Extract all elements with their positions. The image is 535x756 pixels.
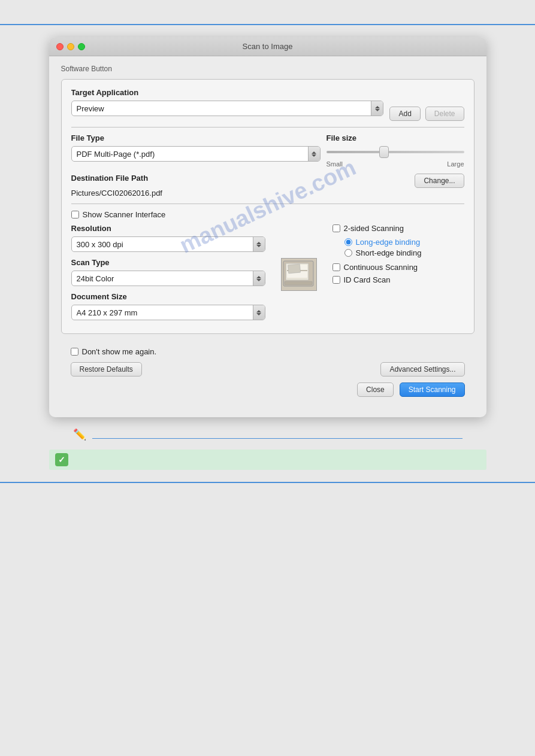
slider-thumb[interactable] xyxy=(379,146,389,158)
destination-row: Destination File Path Pictures/CCI020620… xyxy=(71,174,464,198)
file-type-select-wrap[interactable]: PDF Multi-Page (*.pdf) xyxy=(71,146,321,162)
target-app-buttons: Add Delete xyxy=(389,88,464,121)
id-card-scan-label[interactable]: ID Card Scan xyxy=(344,275,391,284)
divider-2 xyxy=(71,204,464,204)
right-buttons: Advanced Settings... xyxy=(380,362,464,377)
top-rule xyxy=(0,24,535,25)
action-buttons-row: Close Start Scanning xyxy=(71,382,465,397)
svg-rect-4 xyxy=(285,281,312,285)
file-type-row: File Type PDF Multi-Page (*.pdf) xyxy=(71,133,464,168)
document-size-select[interactable]: A4 210 x 297 mm xyxy=(72,305,253,320)
main-panel: Target Application Preview xyxy=(61,79,474,334)
show-scanner-checkbox[interactable] xyxy=(71,211,79,218)
arrow-up-icon-2 xyxy=(312,151,316,154)
arrow-up-icon-3 xyxy=(256,242,261,244)
large-label: Large xyxy=(447,160,464,168)
resolution-label: Resolution xyxy=(71,224,265,233)
resolution-select-wrap[interactable]: 300 x 300 dpi xyxy=(71,236,265,252)
bottom-section: Don't show me again. Restore Defaults Ad… xyxy=(61,341,474,405)
left-settings-col: Resolution 300 x 300 dpi xyxy=(71,224,265,325)
arrow-down-icon xyxy=(375,109,380,111)
slider-track xyxy=(327,151,464,153)
resolution-select[interactable]: 300 x 300 dpi xyxy=(72,237,253,251)
continuous-scanning-row: Continuous Scanning xyxy=(333,263,464,272)
file-size-area: Small Large xyxy=(327,146,464,168)
slider-labels: Small Large xyxy=(327,160,464,168)
document-size-group: Document Size A4 210 x 297 mm xyxy=(71,292,265,320)
scan-type-label: Scan Type xyxy=(71,258,265,267)
file-size-col: File size Small Large xyxy=(327,133,464,168)
add-button[interactable]: Add xyxy=(389,107,420,121)
title-bar: Scan to Image xyxy=(49,37,486,56)
resolution-group: Resolution 300 x 300 dpi xyxy=(71,224,265,252)
show-scanner-row: Show Scanner Interface xyxy=(71,210,464,219)
long-edge-radio[interactable] xyxy=(344,238,352,246)
delete-button[interactable]: Delete xyxy=(425,107,464,121)
check-icon: ✓ xyxy=(55,453,68,466)
right-options-col: 2-sided Scanning Long-edge binding Short… xyxy=(333,224,464,325)
restore-defaults-button[interactable]: Restore Defaults xyxy=(71,362,142,377)
scanner-svg xyxy=(282,260,315,290)
short-edge-label[interactable]: Short-edge binding xyxy=(356,248,422,257)
continuous-scanning-checkbox[interactable] xyxy=(333,263,340,271)
close-traffic-light[interactable] xyxy=(56,43,64,50)
two-sided-label[interactable]: 2-sided Scanning xyxy=(344,224,404,233)
short-edge-row: Short-edge binding xyxy=(344,248,464,257)
file-type-stepper[interactable] xyxy=(308,147,320,161)
bottom-rule xyxy=(0,482,535,483)
target-app-select-wrap[interactable]: Preview xyxy=(71,101,384,116)
scan-type-select-wrap[interactable]: 24bit Color xyxy=(71,271,265,286)
scanner-image-col xyxy=(275,224,323,325)
target-application-row: Target Application Preview xyxy=(71,88,464,121)
destination-col: Destination File Path Pictures/CCI020620… xyxy=(71,174,409,198)
file-size-label: File size xyxy=(327,133,464,142)
scan-type-stepper[interactable] xyxy=(253,271,265,286)
window-content: Software Button Target Application Previ… xyxy=(49,56,486,417)
close-button[interactable]: Close xyxy=(357,382,394,397)
dont-show-row: Don't show me again. xyxy=(71,347,465,356)
resolution-stepper[interactable] xyxy=(253,237,265,251)
file-type-select[interactable]: PDF Multi-Page (*.pdf) xyxy=(72,147,308,161)
check-banner: ✓ xyxy=(49,450,486,470)
target-app-stepper[interactable] xyxy=(371,101,383,116)
main-panel-inner: Target Application Preview xyxy=(71,88,464,325)
section-label: Software Button xyxy=(61,65,474,73)
arrow-down-icon-5 xyxy=(256,313,261,315)
scanner-image xyxy=(281,258,317,291)
document-size-stepper[interactable] xyxy=(253,305,265,320)
maximize-traffic-light[interactable] xyxy=(78,43,85,50)
traffic-lights xyxy=(56,43,85,50)
arrow-down-icon-4 xyxy=(256,279,261,281)
document-size-select-wrap[interactable]: A4 210 x 297 mm xyxy=(71,305,265,320)
pencil-icon: ✏️ xyxy=(73,428,86,441)
dont-show-checkbox[interactable] xyxy=(71,348,78,356)
destination-label: Destination File Path xyxy=(71,174,409,183)
two-sided-checkbox[interactable] xyxy=(333,224,340,232)
small-label: Small xyxy=(327,160,343,168)
two-sided-row: 2-sided Scanning xyxy=(333,224,464,233)
long-edge-row: Long-edge binding xyxy=(344,238,464,247)
long-edge-label[interactable]: Long-edge binding xyxy=(356,238,421,247)
start-scanning-button[interactable]: Start Scanning xyxy=(400,382,465,397)
dont-show-label[interactable]: Don't show me again. xyxy=(82,347,157,356)
change-button[interactable]: Change... xyxy=(415,174,464,188)
settings-area: Resolution 300 x 300 dpi xyxy=(71,224,464,325)
mac-window: Scan to Image Software Button Target App… xyxy=(49,37,486,417)
continuous-scanning-label[interactable]: Continuous Scanning xyxy=(344,263,418,272)
slider-container[interactable] xyxy=(327,146,464,158)
scan-type-select[interactable]: 24bit Color xyxy=(72,271,253,286)
advanced-settings-button[interactable]: Advanced Settings... xyxy=(380,362,464,377)
target-app-select[interactable]: Preview xyxy=(72,101,371,116)
show-scanner-label[interactable]: Show Scanner Interface xyxy=(83,210,166,219)
window-title: Scan to Image xyxy=(243,42,293,51)
note-input[interactable] xyxy=(92,427,463,439)
two-sided-group: 2-sided Scanning Long-edge binding Short… xyxy=(333,224,464,259)
id-card-scan-checkbox[interactable] xyxy=(333,276,340,284)
target-app-label: Target Application xyxy=(71,88,384,97)
bottom-buttons-row: Restore Defaults Advanced Settings... xyxy=(71,362,465,377)
minimize-traffic-light[interactable] xyxy=(67,43,74,50)
arrow-up-icon xyxy=(375,106,380,108)
page-wrapper: Scan to Image Software Button Target App… xyxy=(0,0,535,756)
short-edge-radio[interactable] xyxy=(344,249,352,257)
arrow-up-icon-4 xyxy=(256,276,261,278)
